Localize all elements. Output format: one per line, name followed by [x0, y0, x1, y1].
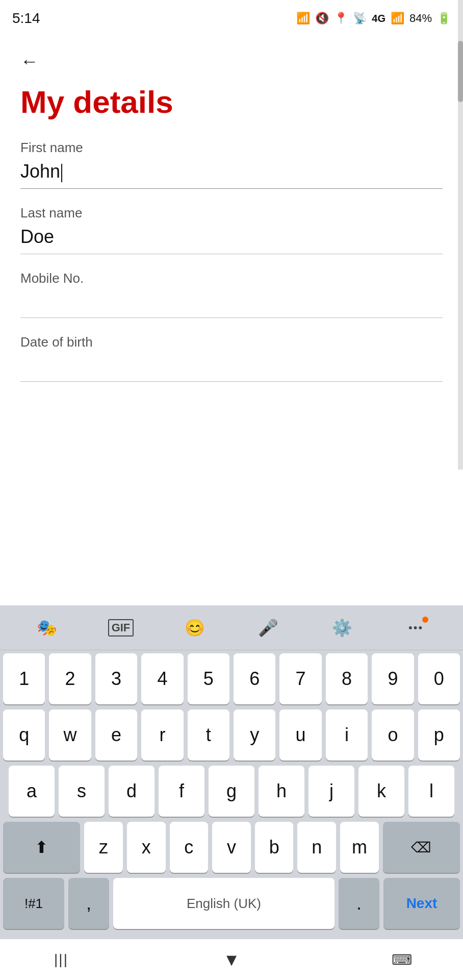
status-icons: 📶 🔇 📍 📡 4G 📶 84% 🔋 — [296, 12, 451, 25]
key-6[interactable]: 6 — [234, 653, 275, 704]
mute-icon: 🔇 — [315, 12, 329, 25]
key-d[interactable]: d — [109, 766, 155, 817]
key-v[interactable]: v — [212, 822, 251, 873]
last-name-field: Last name Doe — [20, 205, 443, 254]
backspace-key[interactable]: ⌫ — [383, 822, 460, 873]
key-2[interactable]: 2 — [49, 653, 91, 704]
key-p[interactable]: p — [418, 709, 460, 761]
scrollbar-thumb[interactable] — [458, 41, 463, 102]
key-1[interactable]: 1 — [3, 653, 45, 704]
shift-icon: ⬆ — [35, 838, 48, 857]
gif-icon: GIF — [108, 619, 134, 636]
page-title: My details — [20, 85, 443, 119]
wifi-icon: 📡 — [353, 12, 367, 25]
key-i[interactable]: i — [326, 709, 368, 761]
more-icon: ••• — [408, 621, 423, 634]
gif-button[interactable]: GIF — [100, 611, 141, 644]
space-key[interactable]: English (UK) — [113, 878, 335, 929]
dob-label: Date of birth — [20, 334, 443, 350]
settings-button[interactable]: ⚙️ — [322, 611, 363, 644]
key-y[interactable]: y — [234, 709, 275, 761]
first-name-field: First name John — [20, 140, 443, 189]
key-h[interactable]: h — [259, 766, 304, 817]
mobile-input[interactable] — [20, 291, 443, 318]
key-5[interactable]: 5 — [188, 653, 229, 704]
next-key[interactable]: Next — [383, 878, 460, 929]
key-s[interactable]: s — [59, 766, 105, 817]
zxcv-row: ⬆ z x c v b n m ⌫ — [3, 822, 460, 873]
key-q[interactable]: q — [3, 709, 45, 761]
first-name-input[interactable]: John — [20, 161, 443, 189]
signal-icon: 📶 — [296, 12, 310, 25]
key-8[interactable]: 8 — [326, 653, 368, 704]
number-row: 1 2 3 4 5 6 7 8 9 0 — [3, 653, 460, 704]
status-time: 5:14 — [12, 10, 40, 27]
keyboard-toolbar: 🎭 GIF 😊 🎤 ⚙️ ••• — [0, 605, 463, 650]
last-name-label: Last name — [20, 205, 443, 221]
key-a[interactable]: a — [9, 766, 55, 817]
keyboard: 🎭 GIF 😊 🎤 ⚙️ ••• 1 2 3 4 5 6 7 8 9 0 — [0, 605, 463, 939]
mobile-field: Mobile No. — [20, 271, 443, 318]
emoji-button[interactable]: 😊 — [174, 611, 215, 644]
mic-button[interactable]: 🎤 — [248, 611, 289, 644]
main-content: ← My details First name John Last name D… — [0, 37, 463, 408]
nav-back-icon: ||| — [54, 951, 68, 968]
status-bar: 5:14 📶 🔇 📍 📡 4G 📶 84% 🔋 — [0, 0, 463, 37]
mic-icon: 🎤 — [258, 618, 278, 638]
key-9[interactable]: 9 — [372, 653, 414, 704]
key-u[interactable]: u — [279, 709, 321, 761]
backspace-icon: ⌫ — [411, 839, 431, 856]
emoji-icon: 😊 — [185, 618, 205, 638]
key-e[interactable]: e — [95, 709, 137, 761]
back-arrow-icon: ← — [20, 52, 39, 70]
more-button[interactable]: ••• — [396, 611, 436, 644]
nav-recents-icon: ⌨ — [392, 951, 412, 968]
sticker-icon: 🎭 — [37, 618, 57, 638]
key-t[interactable]: t — [188, 709, 229, 761]
nav-bar: ||| ▼ ⌨ — [0, 939, 463, 980]
key-o[interactable]: o — [372, 709, 414, 761]
symbols-key[interactable]: !#1 — [3, 878, 64, 929]
period-key[interactable]: . — [339, 878, 379, 929]
sticker-button[interactable]: 🎭 — [27, 611, 67, 644]
battery-icon: 🔋 — [437, 12, 451, 25]
key-w[interactable]: w — [49, 709, 91, 761]
key-x[interactable]: x — [127, 822, 166, 873]
key-r[interactable]: r — [141, 709, 183, 761]
nav-home-button[interactable]: ▼ — [211, 944, 252, 975]
signal2-icon: 📶 — [391, 12, 404, 25]
first-name-value: John — [20, 161, 60, 182]
bottom-row: !#1 , English (UK) . Next — [3, 878, 460, 934]
nav-back-button[interactable]: ||| — [41, 944, 82, 975]
key-0[interactable]: 0 — [418, 653, 460, 704]
nav-home-icon: ▼ — [223, 950, 240, 970]
key-m[interactable]: m — [340, 822, 379, 873]
key-3[interactable]: 3 — [95, 653, 137, 704]
key-c[interactable]: c — [170, 822, 209, 873]
key-g[interactable]: g — [209, 766, 254, 817]
key-z[interactable]: z — [84, 822, 123, 873]
key-k[interactable]: k — [358, 766, 404, 817]
scrollbar[interactable] — [458, 0, 463, 470]
back-button[interactable]: ← — [20, 52, 39, 70]
dob-input[interactable] — [20, 355, 443, 382]
text-cursor — [61, 164, 62, 182]
key-7[interactable]: 7 — [279, 653, 321, 704]
key-b[interactable]: b — [255, 822, 294, 873]
shift-key[interactable]: ⬆ — [3, 822, 80, 873]
mobile-label: Mobile No. — [20, 271, 443, 286]
qwerty-row: q w e r t y u i o p — [3, 709, 460, 761]
key-j[interactable]: j — [308, 766, 354, 817]
nav-recents-button[interactable]: ⌨ — [381, 944, 422, 975]
key-n[interactable]: n — [297, 822, 336, 873]
key-f[interactable]: f — [159, 766, 204, 817]
key-l[interactable]: l — [408, 766, 454, 817]
network-icon: 4G — [372, 13, 385, 24]
asdf-row: a s d f g h j k l — [3, 766, 460, 817]
keyboard-rows: 1 2 3 4 5 6 7 8 9 0 q w e r t y u i o p … — [0, 650, 463, 934]
comma-key[interactable]: , — [68, 878, 109, 929]
last-name-input[interactable]: Doe — [20, 226, 443, 254]
dob-field: Date of birth — [20, 334, 443, 382]
key-4[interactable]: 4 — [141, 653, 183, 704]
settings-icon: ⚙️ — [332, 618, 352, 638]
